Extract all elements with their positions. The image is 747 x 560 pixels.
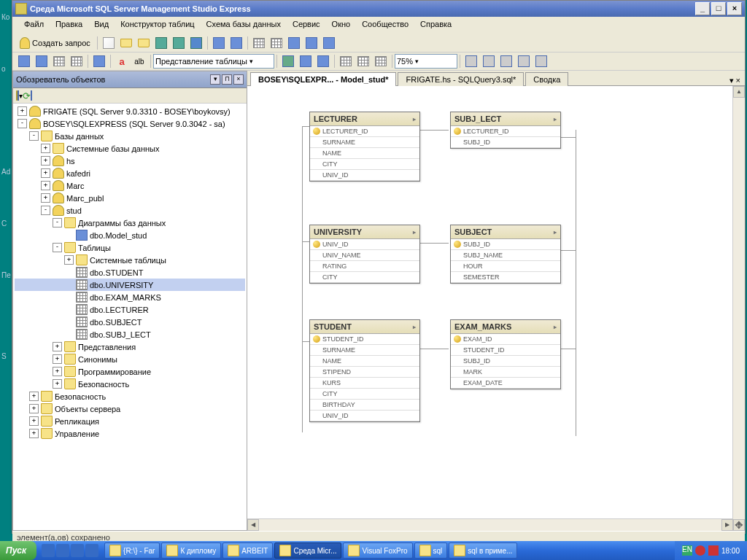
table-header[interactable]: SUBJ_LECT	[451, 112, 560, 126]
tree-node[interactable]: +Системные таблицы	[15, 254, 245, 266]
table-column[interactable]: EXAM_ID	[451, 334, 560, 345]
tb-btn[interactable]	[533, 53, 549, 69]
tb-btn[interactable]	[171, 35, 187, 51]
table-column[interactable]: MARK	[451, 367, 560, 378]
menu-designer[interactable]: Конструктор таблиц	[115, 18, 200, 33]
tb-btn[interactable]	[268, 35, 285, 51]
tree-node[interactable]: +Объекты сервера	[15, 402, 245, 415]
expand-toggle[interactable]: -	[29, 131, 39, 141]
expand-toggle[interactable]: +	[64, 255, 74, 265]
ql-icon[interactable]	[56, 544, 69, 557]
expand-toggle[interactable]: +	[53, 354, 62, 364]
table-column[interactable]: NAME	[310, 148, 419, 159]
tb-btn[interactable]	[463, 53, 479, 69]
tb-btn[interactable]	[498, 53, 514, 69]
tree-node[interactable]: +Представления	[15, 341, 245, 353]
tb-btn[interactable]	[298, 53, 314, 69]
tree-node[interactable]: dbo.SUBJ_LECT	[15, 328, 245, 341]
tab-query[interactable]: FRIGATE.hs - SQLQuery3.sql*	[398, 72, 524, 86]
ql-icon[interactable]	[85, 544, 98, 557]
tb-btn[interactable]	[188, 35, 204, 51]
ql-icon[interactable]	[71, 544, 84, 557]
expand-toggle[interactable]: -	[53, 218, 62, 228]
tb-btn[interactable]	[338, 53, 354, 69]
horizontal-scrollbar[interactable]: ◀ ▶	[247, 518, 733, 531]
close-button[interactable]: ×	[727, 2, 742, 15]
tb-btn[interactable]	[355, 53, 371, 69]
table-column[interactable]: UNIV_ID	[310, 411, 419, 421]
table-column[interactable]: NAME	[310, 356, 419, 367]
tb-btn[interactable]	[101, 35, 117, 51]
tree-node[interactable]: dbo.SUBJECT	[15, 316, 245, 328]
expand-toggle[interactable]: +	[29, 429, 39, 438]
panel-pin-button[interactable]: ⊓	[222, 74, 232, 85]
panel-dropdown-button[interactable]: ▾	[210, 74, 220, 85]
tb-btn[interactable]	[34, 53, 50, 69]
expand-toggle[interactable]: +	[41, 181, 50, 190]
tree-node[interactable]: +Безопасность	[15, 390, 245, 402]
tree-node[interactable]: -Диаграммы баз данных	[15, 217, 245, 229]
table-column[interactable]: SEMESTER	[451, 272, 560, 283]
expand-toggle[interactable]: -	[41, 206, 50, 215]
tb-btn[interactable]	[481, 53, 497, 69]
table-header[interactable]: UNIVERSITY	[310, 225, 419, 239]
expand-toggle[interactable]: +	[41, 193, 50, 203]
tree-node[interactable]: dbo.STUDENT	[15, 266, 245, 279]
expand-toggle[interactable]: +	[41, 168, 50, 178]
new-query-button[interactable]: Создать запрос	[15, 36, 95, 50]
scroll-left-button[interactable]: ◀	[247, 519, 259, 531]
taskbar-item[interactable]: {R:\} - Far	[104, 542, 160, 559]
tree-node[interactable]: -BOSEY\SQLEXPRESS (SQL Server 9.0.3042 -…	[15, 117, 245, 130]
tb-btn[interactable]	[211, 35, 227, 51]
tb-btn[interactable]	[373, 53, 389, 69]
tb-btn[interactable]	[228, 35, 244, 51]
tree-node[interactable]: +Управление	[15, 427, 245, 440]
tb-btn[interactable]	[321, 35, 337, 51]
scroll-up-button[interactable]: ▲	[733, 86, 745, 98]
taskbar-item[interactable]: ARBEIT	[222, 542, 273, 559]
tree-node[interactable]: +hs	[15, 155, 245, 167]
expand-toggle[interactable]: +	[29, 404, 39, 413]
table-header[interactable]: EXAM_MARKS	[451, 320, 560, 334]
tree-node[interactable]: dbo.UNIVERSITY	[15, 279, 245, 291]
refresh-button[interactable]: ⟳	[23, 90, 31, 101]
table-column[interactable]: SUBJ_ID	[451, 356, 560, 367]
taskbar-item[interactable]: Среда Micr...	[274, 542, 341, 559]
table-column[interactable]: BIRTHDAY	[310, 400, 419, 411]
expand-toggle[interactable]: -	[53, 243, 62, 252]
panel-header[interactable]: Обозреватель объектов ▾ ⊓ ×	[13, 71, 247, 88]
expand-toggle[interactable]: +	[29, 392, 39, 401]
table-column[interactable]: CITY	[310, 159, 419, 170]
table-column[interactable]: STUDENT_ID	[310, 334, 419, 345]
taskbar-item[interactable]: Visual FoxPro	[343, 542, 412, 559]
tree-node[interactable]: +Безопасность	[15, 378, 245, 390]
expand-toggle[interactable]: +	[53, 342, 62, 351]
expand-toggle[interactable]: +	[29, 416, 39, 426]
tray-icon[interactable]	[708, 545, 719, 556]
menu-tools[interactable]: Сервис	[287, 18, 326, 33]
expand-toggle[interactable]: +	[53, 367, 62, 376]
vertical-scrollbar[interactable]: ▲ ▼	[732, 86, 745, 531]
tb-btn[interactable]	[251, 35, 267, 51]
menu-help[interactable]: Справка	[414, 18, 457, 33]
tb-btn[interactable]	[286, 35, 302, 51]
tb-btn[interactable]	[315, 53, 331, 69]
tb-btn[interactable]	[16, 53, 32, 69]
tree-node[interactable]: +Marc	[15, 179, 245, 192]
tb-btn[interactable]	[153, 35, 169, 51]
menu-edit[interactable]: Правка	[50, 18, 88, 33]
tab-summary[interactable]: Сводка	[525, 72, 568, 86]
db-table-subj_lect[interactable]: SUBJ_LECTLECTURER_IDSUBJ_ID	[450, 112, 561, 149]
view-combo[interactable]: Представление таблицы	[153, 54, 274, 69]
tree-node[interactable]: +Программирование	[15, 365, 245, 378]
tree-node[interactable]: +Синонимы	[15, 353, 245, 365]
tray-icon[interactable]	[695, 545, 705, 556]
table-column[interactable]: LECTURER_ID	[310, 126, 419, 137]
tb-btn[interactable]: a	[114, 53, 130, 69]
tree-node[interactable]: +Marc_publ	[15, 192, 245, 204]
tb-btn[interactable]: alb	[131, 53, 147, 69]
tb-btn[interactable]	[303, 35, 320, 51]
db-table-subject[interactable]: SUBJECTSUBJ_IDSUBJ_NAMEHOURSEMESTER	[450, 225, 561, 284]
tree-node[interactable]: dbo.Model_stud	[15, 229, 245, 241]
menu-view[interactable]: Вид	[88, 18, 115, 33]
